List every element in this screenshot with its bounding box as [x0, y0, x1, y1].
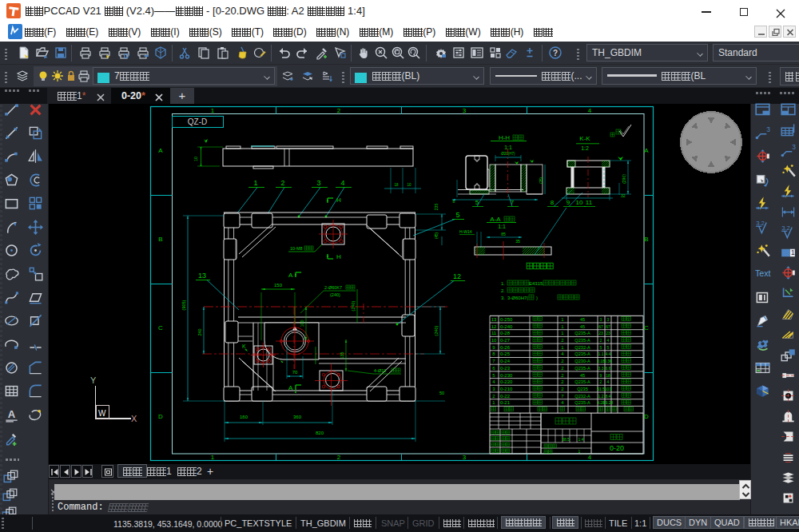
svg-text:4: 4 [588, 107, 592, 114]
svg-text:Q232-A: Q232-A [574, 345, 590, 350]
svg-text:1: 1 [211, 454, 215, 461]
svg-text:0-210: 0-210 [500, 387, 513, 391]
svg-text:(290): (290) [622, 174, 626, 184]
svg-text:2.: 2. [501, 288, 505, 293]
svg-text:32: 32 [621, 193, 626, 198]
svg-text:2: 2 [337, 107, 341, 114]
svg-text:(45): (45) [435, 232, 439, 240]
svg-text:9: 9 [566, 199, 570, 206]
svg-text:0-23: 0-23 [500, 366, 511, 371]
svg-text:820: 820 [316, 431, 324, 435]
svg-text:3: 3 [492, 387, 495, 391]
svg-text:35: 35 [515, 239, 520, 244]
svg-text:4: 4 [607, 379, 610, 384]
svg-text:1: 1 [561, 324, 564, 329]
svg-text:4: 4 [561, 351, 564, 356]
svg-text:0.36: 0.36 [604, 359, 612, 363]
svg-text:5: 5 [455, 211, 459, 219]
svg-text:1.2: 1.2 [598, 394, 604, 399]
svg-text:0-20: 0-20 [610, 444, 624, 452]
svg-text:QZ-D: QZ-D [188, 117, 207, 126]
svg-text:1: 1 [492, 400, 495, 405]
svg-text:Q235-A: Q235-A [574, 338, 590, 343]
svg-text:10: 10 [576, 199, 583, 206]
svg-text:0-240: 0-240 [500, 324, 513, 329]
svg-text:K: K [242, 343, 246, 349]
svg-text:H-H: H-H [499, 134, 510, 141]
svg-text:7: 7 [492, 359, 495, 363]
svg-text:9: 9 [600, 373, 602, 378]
svg-text:B: B [158, 236, 162, 243]
svg-text:38.5: 38.5 [562, 437, 570, 442]
svg-text:67: 67 [606, 324, 610, 329]
svg-text:1: 1 [791, 248, 795, 256]
svg-text:11: 11 [586, 199, 593, 206]
svg-text:3: 3 [792, 143, 796, 151]
svg-text:0-24: 0-24 [500, 359, 511, 363]
svg-text:4: 4 [607, 338, 610, 343]
svg-text:235: 235 [434, 204, 439, 211]
svg-text:2: 2 [337, 454, 341, 461]
svg-text:5: 5 [600, 345, 602, 350]
svg-text:45: 45 [580, 324, 585, 329]
svg-text:4: 4 [588, 454, 592, 461]
svg-text:8: 8 [492, 351, 495, 356]
svg-text:A: A [644, 147, 649, 154]
svg-text:Q235: Q235 [577, 387, 588, 391]
svg-text:100: 100 [300, 320, 304, 327]
svg-text:1:1: 1:1 [504, 145, 512, 150]
svg-text:0-27: 0-27 [500, 338, 511, 343]
svg-text:Q230-A: Q230-A [574, 359, 590, 363]
svg-text:C: C [158, 324, 163, 332]
svg-text:2: 2 [561, 359, 564, 363]
svg-text:1.: 1. [501, 281, 505, 286]
svg-text:6.6: 6.6 [606, 366, 611, 371]
svg-text:18: 18 [394, 183, 399, 187]
svg-text:10-M8: 10-M8 [290, 246, 303, 251]
svg-text:18: 18 [606, 373, 610, 378]
svg-text:67: 67 [598, 324, 603, 329]
svg-text:K-K: K-K [579, 135, 590, 142]
svg-text:H: H [336, 253, 341, 260]
svg-text:0-220: 0-220 [500, 379, 513, 384]
svg-text:13: 13 [198, 272, 206, 280]
svg-text:1.1: 1.1 [598, 351, 604, 356]
svg-text:1:2: 1:2 [581, 145, 589, 151]
svg-text:0-22: 0-22 [500, 394, 511, 399]
svg-text:8: 8 [551, 199, 555, 206]
svg-text:5: 5 [475, 199, 479, 206]
svg-text:4: 4 [492, 379, 495, 384]
svg-text:160: 160 [240, 415, 248, 419]
svg-text:3-Ø60H7(: 3-Ø60H7( [507, 296, 528, 300]
svg-text:(905): (905) [181, 300, 186, 310]
svg-text:3: 3 [463, 107, 467, 114]
svg-text:2: 2 [280, 179, 284, 187]
svg-text:1: 1 [561, 345, 564, 350]
svg-text:10: 10 [407, 183, 411, 187]
svg-text:2: 2 [561, 366, 564, 371]
svg-text:0-25: 0-25 [500, 351, 511, 356]
svg-text:3.3: 3.3 [598, 366, 604, 371]
svg-text:3.: 3. [501, 296, 505, 300]
svg-text:23: 23 [598, 331, 603, 335]
svg-text:0-21: 0-21 [500, 400, 511, 405]
svg-text:2: 2 [600, 379, 602, 384]
svg-text:H: H [336, 197, 341, 204]
svg-text:240: 240 [197, 328, 202, 335]
svg-text:1:4: 1:4 [578, 437, 584, 442]
svg-text:E4315,: E4315, [529, 281, 544, 286]
svg-text:Q235-A: Q235-A [574, 366, 590, 371]
svg-text:A: A [8, 408, 16, 420]
svg-text:X: X [131, 414, 137, 423]
svg-text:4.4: 4.4 [606, 351, 611, 356]
svg-text:?: ? [553, 49, 558, 58]
svg-text:1: 1 [211, 107, 215, 114]
svg-text:): ) [536, 296, 538, 300]
svg-text:150: 150 [274, 283, 283, 288]
svg-text:Q235-A: Q235-A [574, 400, 590, 405]
svg-text:A-A: A-A [490, 216, 501, 223]
svg-text:0-28: 0-28 [500, 331, 511, 335]
svg-text:(35): (35) [539, 177, 543, 185]
svg-text:Q235-A: Q235-A [574, 351, 590, 356]
svg-text:4: 4 [340, 179, 344, 187]
